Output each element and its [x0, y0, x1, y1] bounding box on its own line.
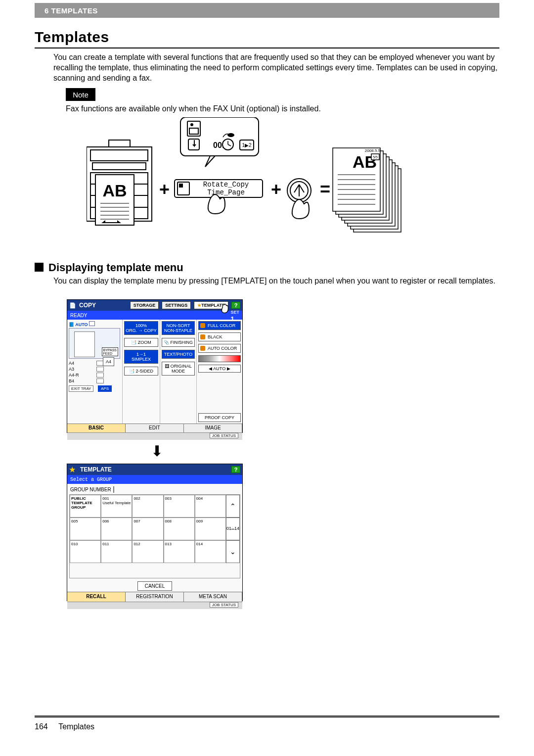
group-cell-003[interactable]: 003: [164, 495, 195, 518]
image-tab[interactable]: IMAGE: [184, 424, 242, 432]
svg-text:5/5: 5/5: [373, 155, 378, 159]
scroll-up-button[interactable]: ⌃: [226, 495, 240, 518]
jobstatus-button[interactable]: JOB STATUS: [210, 433, 238, 438]
svg-point-12: [190, 123, 193, 126]
bottom-tabs: BASIC EDIT IMAGE: [67, 424, 242, 432]
autocolor-option[interactable]: AUTO COLOR: [198, 344, 241, 353]
page-number: 164: [35, 722, 56, 731]
svg-text:1▶2: 1▶2: [242, 142, 252, 148]
chapter-breadcrumb: 6 TEMPLATES: [44, 6, 98, 15]
zoom-column: 100%ORG. → COPY 📑 ZOOM 1→1 SIMPLEX 📑 2-S…: [123, 320, 160, 424]
group-cell-004[interactable]: 004: [195, 495, 226, 518]
color-column: FULL COLOR BLACK AUTO COLOR ◀ AUTO ▶ PRO…: [197, 320, 242, 424]
help-button[interactable]: ?: [231, 466, 240, 473]
footer-rule: [35, 715, 499, 717]
metascan-tab[interactable]: META SCAN: [184, 592, 242, 602]
jobstatus-button[interactable]: JOB STATUS: [210, 602, 238, 608]
svg-point-15: [227, 133, 234, 137]
bottom-tabs: RECALL REGISTRATION META SCAN: [67, 592, 242, 602]
exit-tray-button[interactable]: EXIT TRAY: [69, 385, 93, 392]
square-bullet-icon: [35, 263, 44, 272]
group-cell-012[interactable]: 012: [132, 540, 163, 563]
group-cell-001[interactable]: 001Useful Template: [101, 495, 132, 518]
group-number-input[interactable]: [113, 486, 114, 493]
group-cell-002[interactable]: 002: [132, 495, 163, 518]
group-cell-006[interactable]: 006: [101, 518, 132, 540]
group-cell-014[interactable]: 014: [195, 540, 226, 563]
cancel-button[interactable]: CANCEL: [137, 581, 172, 591]
group-cell-010[interactable]: 010: [70, 540, 101, 563]
template-workflow-diagram: AB + 00:00: [87, 117, 408, 234]
section-heading-text: Displaying template menu: [48, 261, 183, 274]
star-icon: ★: [69, 466, 76, 473]
template-group-grid: PUBLIC TEMPLATE GROUP 001Useful Template…: [69, 494, 240, 578]
zoom-button[interactable]: 📑 ZOOM: [124, 338, 158, 347]
storage-tab[interactable]: STORAGE: [130, 301, 159, 309]
section-heading: Displaying template menu: [35, 261, 183, 274]
star-icon: ★: [197, 303, 201, 308]
step-badge-icon: 1▶2: [240, 140, 254, 150]
bee-clock-icon: [222, 133, 234, 150]
plus-icon: +: [271, 179, 281, 199]
proof-copy-button[interactable]: PROOF COPY: [198, 413, 241, 422]
textphoto-display: TEXT/PHOTO: [162, 350, 195, 359]
group-cell-005[interactable]: 005: [70, 518, 101, 540]
template-button-icon: Rotate_Copy Time_Page: [175, 180, 263, 197]
group-cell-008[interactable]: 008: [164, 518, 195, 540]
chapter-header-bar: 6 TEMPLATES: [35, 3, 499, 18]
group-cell-011[interactable]: 011: [101, 540, 132, 563]
group-cell-007[interactable]: 007: [132, 518, 163, 540]
section-paragraph: You can display the template menu by pre…: [53, 276, 499, 286]
document-icon: 📄: [69, 302, 76, 309]
touchpanel-template-screen: ★ TEMPLATE ? Select a GROUP GROUP NUMBER…: [67, 464, 243, 601]
paper-drawer-column: 📘 AUTO A4 A3 A4-R B4 A4 EXIT TRAY APS: [67, 320, 123, 424]
plus-icon: +: [159, 179, 170, 199]
original-mode-button[interactable]: 🖼 ORIGINAL MODE: [162, 362, 195, 376]
svg-rect-1: [90, 150, 148, 161]
status-callout-icon: 00:00 1▶2: [180, 117, 259, 167]
group-number-label: GROUP NUMBER: [70, 487, 111, 492]
group-cell-009[interactable]: 009: [195, 518, 226, 540]
template-button-line1: Rotate_Copy: [203, 181, 249, 189]
start-button-icon: [287, 179, 311, 202]
footer-title: Templates: [58, 722, 94, 731]
paper-source-diagram[interactable]: [69, 328, 120, 359]
template-tab[interactable]: ★TEMPLATE: [194, 301, 228, 309]
panel-title: COPY: [79, 302, 96, 309]
subtitle: Select a GROUP: [70, 477, 112, 482]
black-option[interactable]: BLACK: [198, 332, 241, 341]
auto-density-button[interactable]: ◀ AUTO ▶: [198, 365, 241, 373]
zoom-ratio-display: 100%ORG. → COPY: [124, 321, 158, 335]
edit-tab[interactable]: EDIT: [126, 424, 184, 432]
intro-paragraph: You can create a template with several f…: [53, 52, 499, 83]
recall-tab[interactable]: RECALL: [67, 592, 126, 602]
fullcolor-option[interactable]: FULL COLOR: [198, 321, 241, 330]
svg-rect-20: [179, 184, 183, 188]
page-title: Templates: [35, 29, 109, 46]
svg-rect-2: [92, 163, 146, 170]
settings-tab[interactable]: SETTINGS: [162, 301, 191, 309]
document-on-glass-icon: AB: [95, 175, 134, 225]
density-slider[interactable]: [198, 355, 241, 362]
page-footer: 164 Templates: [35, 722, 94, 731]
ready-status: READY: [70, 313, 87, 318]
simplex-display: 1→1 SIMPLEX: [124, 350, 158, 364]
scroll-down-button[interactable]: ⌄: [226, 540, 240, 563]
note-text: Fax functions are available only when th…: [66, 104, 491, 113]
tap-hand-icon: [220, 304, 231, 315]
arrow-down-icon: ⬇: [151, 442, 163, 460]
group-cell-public[interactable]: PUBLIC TEMPLATE GROUP: [70, 495, 101, 518]
registration-tab[interactable]: REGISTRATION: [126, 592, 184, 602]
equals-icon: =: [320, 179, 330, 199]
panel-title: TEMPLATE: [80, 466, 112, 473]
sort-display: NON-SORTNON-STAPLE: [162, 321, 195, 335]
aps-button[interactable]: APS: [98, 385, 112, 392]
tap-hand-icon: [208, 194, 225, 214]
finishing-button[interactable]: 📎 FINISHING: [162, 338, 195, 347]
page-indicator: 0114: [226, 518, 240, 540]
side-size[interactable]: A4: [103, 357, 114, 366]
document-placeholder-text: AB: [102, 181, 127, 200]
group-cell-013[interactable]: 013: [164, 540, 195, 563]
basic-tab[interactable]: BASIC: [67, 424, 126, 432]
two-sided-button[interactable]: 📑 2-SIDED: [124, 367, 158, 376]
